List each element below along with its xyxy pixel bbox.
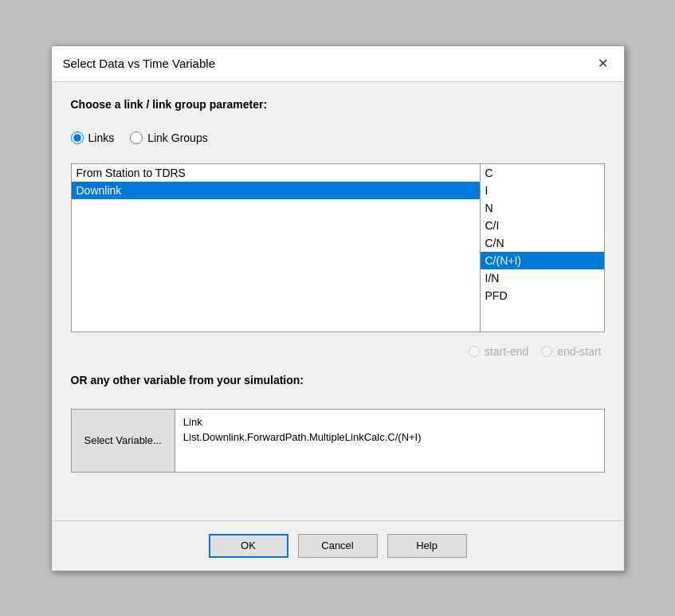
section2-label: OR any other variable from your simulati… — [71, 374, 605, 386]
dialog-body: Choose a link / link group parameter: Li… — [52, 82, 624, 520]
close-button[interactable]: ✕ — [594, 54, 613, 73]
list-item[interactable]: C/I — [481, 217, 604, 234]
select-variable-button[interactable]: Select Variable... — [72, 410, 175, 472]
radio-end-start-label: end-start — [557, 345, 601, 358]
list-item[interactable]: Downlink — [72, 182, 480, 199]
list-item[interactable]: C — [481, 164, 604, 182]
radio-options-row: start-end end-start — [71, 345, 605, 358]
radio-links-label: Links — [88, 131, 115, 144]
right-list[interactable]: C I N C/I C/N C/(N+I) I/N PFD — [481, 164, 604, 332]
section1-label: Choose a link / link group parameter: — [71, 98, 605, 111]
title-bar: Select Data vs Time Variable ✕ — [52, 46, 624, 82]
list-item[interactable]: I/N — [481, 269, 604, 287]
list-item[interactable]: From Station to TDRS — [72, 164, 480, 182]
help-button[interactable]: Help — [387, 534, 467, 558]
dialog-footer: OK Cancel Help — [52, 520, 624, 571]
dialog-title: Select Data vs Time Variable — [63, 57, 215, 70]
ok-button[interactable]: OK — [209, 534, 288, 558]
radio-row: Links Link Groups — [71, 131, 605, 144]
radio-end-start-input[interactable] — [541, 346, 552, 357]
list-item[interactable]: C/(N+I) — [481, 252, 604, 269]
list-item[interactable]: PFD — [481, 287, 604, 304]
cancel-button[interactable]: Cancel — [298, 534, 378, 558]
radio-links-input[interactable] — [71, 131, 84, 144]
radio-link-groups[interactable]: Link Groups — [130, 131, 207, 144]
list-item[interactable]: I — [481, 182, 604, 199]
radio-start-end-label: start-end — [485, 345, 528, 358]
variable-display: LinkList.Downlink.ForwardPath.MultipleLi… — [175, 410, 604, 472]
radio-links[interactable]: Links — [71, 131, 115, 144]
select-variable-row: Select Variable... LinkList.Downlink.For… — [71, 409, 605, 473]
list-item[interactable]: N — [481, 199, 604, 217]
left-list[interactable]: From Station to TDRS Downlink — [72, 164, 481, 332]
radio-link-groups-input[interactable] — [130, 131, 143, 144]
lists-container: From Station to TDRS Downlink C I N C/I … — [71, 163, 605, 332]
dialog: Select Data vs Time Variable ✕ Choose a … — [51, 45, 625, 571]
radio-end-start[interactable]: end-start — [541, 345, 601, 358]
radio-link-groups-label: Link Groups — [147, 131, 207, 144]
radio-start-end-input[interactable] — [469, 346, 480, 357]
radio-start-end[interactable]: start-end — [469, 345, 528, 358]
list-item[interactable]: C/N — [481, 234, 604, 252]
